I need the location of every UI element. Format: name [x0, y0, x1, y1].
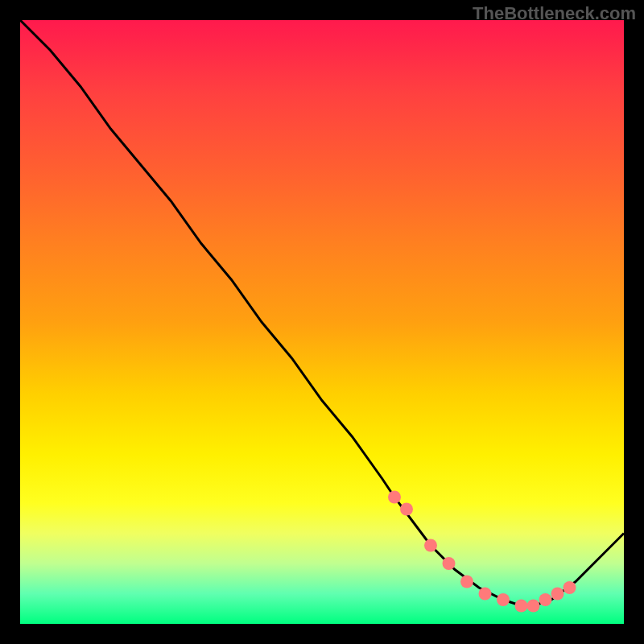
- chart-gradient-background: [20, 20, 624, 624]
- attribution-text: TheBottleneck.com: [473, 3, 636, 24]
